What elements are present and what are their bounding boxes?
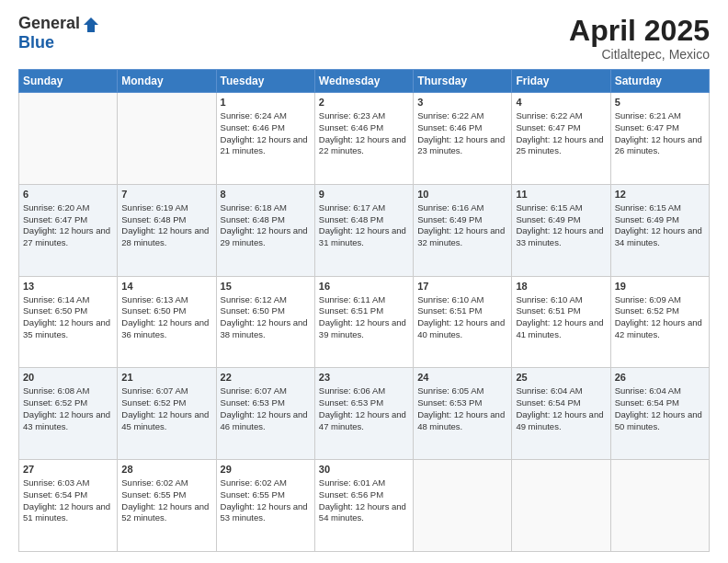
- calendar-cell: [19, 93, 118, 185]
- sunrise-text: Sunrise: 6:17 AM: [319, 202, 409, 214]
- sunset-text: Sunset: 6:56 PM: [319, 489, 409, 501]
- calendar-cell: 30Sunrise: 6:01 AMSunset: 6:56 PMDayligh…: [314, 460, 413, 552]
- logo-icon: [82, 16, 100, 34]
- day-number: 12: [615, 188, 705, 201]
- calendar-cell: 25Sunrise: 6:04 AMSunset: 6:54 PMDayligh…: [512, 368, 610, 460]
- day-number: 5: [615, 96, 705, 109]
- sunset-text: Sunset: 6:54 PM: [23, 489, 113, 501]
- sunrise-text: Sunrise: 6:03 AM: [23, 477, 113, 489]
- sunrise-text: Sunrise: 6:23 AM: [319, 110, 409, 122]
- sunset-text: Sunset: 6:48 PM: [221, 214, 311, 226]
- calendar-week-row: 27Sunrise: 6:03 AMSunset: 6:54 PMDayligh…: [19, 460, 710, 552]
- daylight-text: Daylight: 12 hours and 39 minutes.: [319, 317, 409, 341]
- col-sunday: Sunday: [19, 70, 118, 93]
- calendar-cell: 9Sunrise: 6:17 AMSunset: 6:48 PMDaylight…: [314, 184, 413, 276]
- sunrise-text: Sunrise: 6:10 AM: [417, 294, 507, 306]
- sunset-text: Sunset: 6:50 PM: [221, 305, 311, 317]
- sunset-text: Sunset: 6:47 PM: [23, 214, 113, 226]
- sunrise-text: Sunrise: 6:24 AM: [221, 110, 311, 122]
- calendar-week-row: 13Sunrise: 6:14 AMSunset: 6:50 PMDayligh…: [19, 276, 710, 368]
- daylight-text: Daylight: 12 hours and 32 minutes.: [417, 225, 507, 249]
- day-number: 8: [221, 188, 311, 201]
- calendar-cell: 19Sunrise: 6:09 AMSunset: 6:52 PMDayligh…: [610, 276, 709, 368]
- sunrise-text: Sunrise: 6:10 AM: [516, 294, 606, 306]
- daylight-text: Daylight: 12 hours and 53 minutes.: [221, 501, 311, 525]
- daylight-text: Daylight: 12 hours and 49 minutes.: [516, 409, 606, 433]
- calendar-cell: 22Sunrise: 6:07 AMSunset: 6:53 PMDayligh…: [216, 368, 314, 460]
- daylight-text: Daylight: 12 hours and 42 minutes.: [615, 317, 705, 341]
- calendar-cell: 10Sunrise: 6:16 AMSunset: 6:49 PMDayligh…: [414, 184, 512, 276]
- sunset-text: Sunset: 6:54 PM: [615, 397, 705, 409]
- day-number: 21: [121, 371, 211, 385]
- day-number: 30: [319, 463, 409, 477]
- daylight-text: Daylight: 12 hours and 28 minutes.: [121, 225, 211, 249]
- sunset-text: Sunset: 6:49 PM: [417, 214, 507, 226]
- daylight-text: Daylight: 12 hours and 31 minutes.: [319, 225, 409, 249]
- calendar-cell: 20Sunrise: 6:08 AMSunset: 6:52 PMDayligh…: [19, 368, 118, 460]
- daylight-text: Daylight: 12 hours and 21 minutes.: [221, 134, 311, 158]
- sunrise-text: Sunrise: 6:08 AM: [23, 385, 113, 397]
- calendar-cell: 13Sunrise: 6:14 AMSunset: 6:50 PMDayligh…: [19, 276, 118, 368]
- daylight-text: Daylight: 12 hours and 27 minutes.: [23, 225, 113, 249]
- sunset-text: Sunset: 6:55 PM: [121, 489, 211, 501]
- daylight-text: Daylight: 12 hours and 41 minutes.: [516, 317, 606, 341]
- day-number: 1: [221, 96, 311, 109]
- daylight-text: Daylight: 12 hours and 46 minutes.: [221, 409, 311, 433]
- sunset-text: Sunset: 6:47 PM: [516, 122, 606, 134]
- day-number: 28: [121, 463, 211, 477]
- day-number: 2: [319, 96, 409, 109]
- day-number: 15: [221, 280, 311, 293]
- calendar-week-row: 1Sunrise: 6:24 AMSunset: 6:46 PMDaylight…: [19, 93, 710, 185]
- location: Citlaltepec, Mexico: [569, 47, 710, 62]
- daylight-text: Daylight: 12 hours and 47 minutes.: [319, 409, 409, 433]
- calendar-cell: 17Sunrise: 6:10 AMSunset: 6:51 PMDayligh…: [414, 276, 512, 368]
- calendar-cell: [414, 460, 512, 552]
- day-number: 6: [23, 188, 113, 201]
- calendar-week-row: 6Sunrise: 6:20 AMSunset: 6:47 PMDaylight…: [19, 184, 710, 276]
- day-number: 23: [319, 371, 409, 385]
- month-year: April 2025: [569, 15, 710, 47]
- col-thursday: Thursday: [414, 70, 512, 93]
- calendar-cell: 18Sunrise: 6:10 AMSunset: 6:51 PMDayligh…: [512, 276, 610, 368]
- sunrise-text: Sunrise: 6:15 AM: [615, 202, 705, 214]
- day-number: 18: [516, 280, 606, 293]
- sunset-text: Sunset: 6:53 PM: [221, 397, 311, 409]
- daylight-text: Daylight: 12 hours and 40 minutes.: [417, 317, 507, 341]
- calendar-cell: 3Sunrise: 6:22 AMSunset: 6:46 PMDaylight…: [414, 93, 512, 185]
- daylight-text: Daylight: 12 hours and 52 minutes.: [121, 501, 211, 525]
- sunset-text: Sunset: 6:50 PM: [121, 305, 211, 317]
- sunrise-text: Sunrise: 6:01 AM: [319, 477, 409, 489]
- title-block: April 2025 Citlaltepec, Mexico: [569, 15, 710, 62]
- calendar-cell: 11Sunrise: 6:15 AMSunset: 6:49 PMDayligh…: [512, 184, 610, 276]
- sunset-text: Sunset: 6:46 PM: [417, 122, 507, 134]
- sunset-text: Sunset: 6:52 PM: [23, 397, 113, 409]
- sunrise-text: Sunrise: 6:11 AM: [319, 294, 409, 306]
- col-tuesday: Tuesday: [216, 70, 314, 93]
- sunrise-text: Sunrise: 6:21 AM: [615, 110, 705, 122]
- calendar-cell: 8Sunrise: 6:18 AMSunset: 6:48 PMDaylight…: [216, 184, 314, 276]
- sunset-text: Sunset: 6:54 PM: [516, 397, 606, 409]
- day-number: 3: [417, 96, 507, 109]
- logo-blue: Blue: [18, 33, 54, 52]
- calendar-cell: 29Sunrise: 6:02 AMSunset: 6:55 PMDayligh…: [216, 460, 314, 552]
- day-number: 22: [221, 371, 311, 385]
- sunrise-text: Sunrise: 6:16 AM: [417, 202, 507, 214]
- col-wednesday: Wednesday: [314, 70, 413, 93]
- calendar-header-row: Sunday Monday Tuesday Wednesday Thursday…: [19, 70, 710, 93]
- calendar-cell: 12Sunrise: 6:15 AMSunset: 6:49 PMDayligh…: [610, 184, 709, 276]
- calendar-week-row: 20Sunrise: 6:08 AMSunset: 6:52 PMDayligh…: [19, 368, 710, 460]
- logo: General Blue: [18, 15, 102, 51]
- sunrise-text: Sunrise: 6:22 AM: [417, 110, 507, 122]
- sunset-text: Sunset: 6:47 PM: [615, 122, 705, 134]
- calendar-cell: 1Sunrise: 6:24 AMSunset: 6:46 PMDaylight…: [216, 93, 314, 185]
- daylight-text: Daylight: 12 hours and 34 minutes.: [615, 225, 705, 249]
- calendar-cell: 21Sunrise: 6:07 AMSunset: 6:52 PMDayligh…: [118, 368, 216, 460]
- daylight-text: Daylight: 12 hours and 33 minutes.: [516, 225, 606, 249]
- sunrise-text: Sunrise: 6:18 AM: [221, 202, 311, 214]
- day-number: 20: [23, 371, 113, 385]
- sunset-text: Sunset: 6:52 PM: [121, 397, 211, 409]
- sunset-text: Sunset: 6:49 PM: [516, 214, 606, 226]
- calendar-cell: 16Sunrise: 6:11 AMSunset: 6:51 PMDayligh…: [314, 276, 413, 368]
- calendar: Sunday Monday Tuesday Wednesday Thursday…: [18, 69, 710, 552]
- day-number: 16: [319, 280, 409, 293]
